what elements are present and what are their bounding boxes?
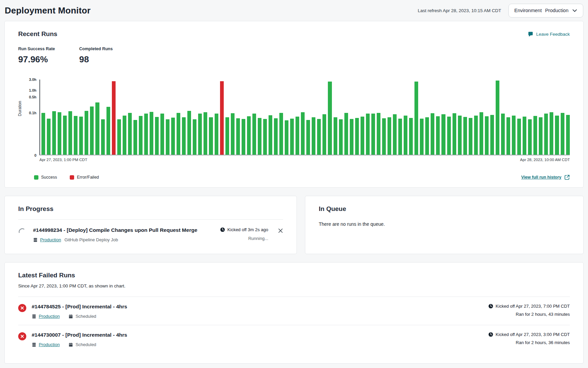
chart-bar-success[interactable] [215,114,218,155]
chart-bar-success[interactable] [398,119,402,155]
chart-bar-success[interactable] [388,117,391,155]
chart-bar-success[interactable] [355,118,359,155]
chart-bar-success[interactable] [242,119,245,155]
chart-bar-success[interactable] [512,116,516,155]
chart-bar-success[interactable] [528,119,532,155]
chart-bar-success[interactable] [371,114,375,155]
chart-bar-success[interactable] [414,82,418,155]
chart-bar-success[interactable] [166,119,169,155]
chart-bar-success[interactable] [47,119,51,155]
chart-bar-success[interactable] [123,116,126,155]
chart-bar-success[interactable] [171,118,175,155]
chart-bar-success[interactable] [187,111,191,155]
chart-bar-error[interactable] [220,81,224,155]
chart-bar-success[interactable] [334,117,337,155]
chart-bar-success[interactable] [485,116,489,155]
chart-bar-success[interactable] [117,119,121,155]
chart-bar-success[interactable] [144,114,148,155]
chart-bar-success[interactable] [63,116,67,155]
leave-feedback-link[interactable]: Leave Feedback [528,31,570,37]
chart-bar-success[interactable] [231,113,235,155]
chart-bar-success[interactable] [420,119,424,155]
chart-bar-success[interactable] [301,112,305,155]
chart-bar-success[interactable] [274,118,278,155]
environment-link[interactable]: Production [39,342,60,347]
chart-bar-success[interactable] [458,116,462,155]
chart-bar-success[interactable] [182,117,186,155]
chart-bar-success[interactable] [382,118,386,155]
chart-bar-success[interactable] [506,117,510,155]
chart-bar-success[interactable] [479,112,483,155]
chart-bar-success[interactable] [539,117,543,155]
chart-bar-success[interactable] [425,117,429,155]
chart-bar-success[interactable] [501,114,505,155]
chart-bar-success[interactable] [285,120,288,155]
chart-bar-success[interactable] [328,82,332,155]
chart-bar-success[interactable] [561,113,564,155]
chart-bar-success[interactable] [533,116,537,155]
chart-bar-success[interactable] [95,102,99,155]
chart-bar-success[interactable] [160,114,164,155]
chart-bar-success[interactable] [204,112,207,155]
chart-bar-success[interactable] [247,116,251,155]
chart-bar-success[interactable] [198,114,202,155]
chart-bar-success[interactable] [258,118,261,155]
chart-bar-success[interactable] [377,113,380,155]
chart-bar-success[interactable] [453,113,456,155]
chart-bar-success[interactable] [393,114,397,155]
chart-bar-success[interactable] [469,118,472,155]
chart-bar-success[interactable] [58,112,61,155]
chart-bar-success[interactable] [447,117,451,155]
chart-bar-success[interactable] [41,113,45,155]
chart-bar-success[interactable] [441,114,445,155]
cancel-run-button[interactable] [273,227,283,242]
chart-bar-success[interactable] [85,111,88,155]
chart-bar-success[interactable] [150,112,153,155]
chart-bar-success[interactable] [296,117,299,155]
chart-bar-success[interactable] [68,111,72,155]
chart-bar-success[interactable] [523,117,526,155]
chart-bar-success[interactable] [566,115,570,155]
chart-bar-success[interactable] [544,114,548,155]
chart-bar-success[interactable] [431,113,434,155]
chart-bar-success[interactable] [366,114,370,155]
chart-bar-success[interactable] [74,116,78,155]
chart-bar-success[interactable] [225,117,229,155]
chart-bar-success[interactable] [339,119,343,155]
chart-bar-success[interactable] [490,115,494,155]
chart-bar-success[interactable] [312,117,315,155]
chart-bar-success[interactable] [193,119,196,155]
chart-bar-success[interactable] [155,117,159,155]
chart-bar-success[interactable] [474,116,478,155]
chart-bar-success[interactable] [317,119,321,155]
chart-bar-success[interactable] [139,116,143,155]
chart-bar-success[interactable] [269,115,272,155]
chart-bar-success[interactable] [90,106,94,155]
chart-bar-success[interactable] [236,118,240,155]
chart-bar-success[interactable] [322,114,326,155]
chart-bar-success[interactable] [550,112,553,155]
environment-link[interactable]: Production [40,237,61,242]
chart-bar-success[interactable] [290,119,294,155]
chart-bar-error[interactable] [112,81,116,155]
chart-bar-success[interactable] [279,113,283,155]
chart-bar-success[interactable] [555,116,559,155]
chart-bar-success[interactable] [52,111,56,155]
chart-bar-success[interactable] [79,117,83,155]
chart-bar-success[interactable] [463,117,467,155]
chart-bar-success[interactable] [361,117,364,155]
chart-bar-success[interactable] [177,113,180,155]
chart-bar-success[interactable] [263,119,267,155]
chart-bar-success[interactable] [344,113,348,155]
chart-bar-success[interactable] [306,120,310,155]
chart-bar-success[interactable] [106,107,110,155]
chart-bar-success[interactable] [409,118,413,155]
chart-bar-success[interactable] [496,81,499,155]
view-full-run-history-link[interactable]: View full run history [521,175,570,180]
chart-bar-success[interactable] [404,116,407,155]
chart-bar-success[interactable] [133,120,137,155]
chart-bar-success[interactable] [209,117,213,155]
chart-bar-success[interactable] [101,119,105,155]
chart-bar-success[interactable] [252,114,256,155]
environment-dropdown[interactable]: Environment Production [508,4,583,18]
